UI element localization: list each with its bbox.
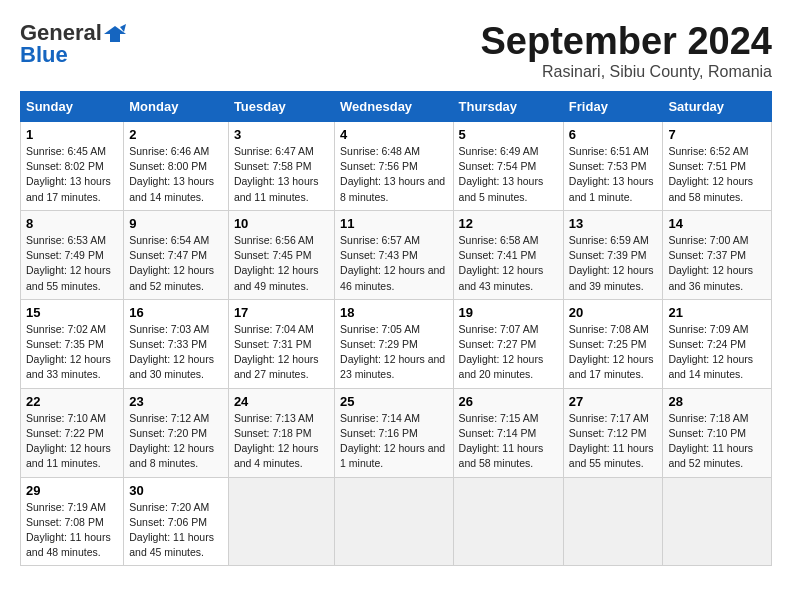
calendar-cell: 23Sunrise: 7:12 AMSunset: 7:20 PMDayligh… [124,388,229,477]
col-header-wednesday: Wednesday [335,92,453,122]
col-header-sunday: Sunday [21,92,124,122]
day-number: 6 [569,127,658,142]
day-info: Sunrise: 7:18 AMSunset: 7:10 PMDaylight:… [668,411,766,472]
day-number: 2 [129,127,223,142]
day-info: Sunrise: 6:46 AMSunset: 8:00 PMDaylight:… [129,144,223,205]
day-number: 5 [459,127,558,142]
calendar-header-row: SundayMondayTuesdayWednesdayThursdayFrid… [21,92,772,122]
logo-blue: Blue [20,42,68,68]
day-number: 9 [129,216,223,231]
day-info: Sunrise: 6:52 AMSunset: 7:51 PMDaylight:… [668,144,766,205]
calendar-cell: 3Sunrise: 6:47 AMSunset: 7:58 PMDaylight… [228,122,334,211]
day-number: 1 [26,127,118,142]
day-info: Sunrise: 6:49 AMSunset: 7:54 PMDaylight:… [459,144,558,205]
day-number: 11 [340,216,447,231]
day-info: Sunrise: 6:58 AMSunset: 7:41 PMDaylight:… [459,233,558,294]
calendar-cell: 4Sunrise: 6:48 AMSunset: 7:56 PMDaylight… [335,122,453,211]
day-number: 7 [668,127,766,142]
calendar-cell: 22Sunrise: 7:10 AMSunset: 7:22 PMDayligh… [21,388,124,477]
col-header-tuesday: Tuesday [228,92,334,122]
day-number: 15 [26,305,118,320]
day-number: 23 [129,394,223,409]
calendar-cell: 10Sunrise: 6:56 AMSunset: 7:45 PMDayligh… [228,210,334,299]
calendar-cell [453,477,563,566]
day-info: Sunrise: 7:08 AMSunset: 7:25 PMDaylight:… [569,322,658,383]
calendar-cell: 15Sunrise: 7:02 AMSunset: 7:35 PMDayligh… [21,299,124,388]
day-number: 24 [234,394,329,409]
day-info: Sunrise: 7:20 AMSunset: 7:06 PMDaylight:… [129,500,223,561]
calendar-cell: 7Sunrise: 6:52 AMSunset: 7:51 PMDaylight… [663,122,772,211]
calendar-cell: 17Sunrise: 7:04 AMSunset: 7:31 PMDayligh… [228,299,334,388]
calendar-week-row: 29Sunrise: 7:19 AMSunset: 7:08 PMDayligh… [21,477,772,566]
day-info: Sunrise: 7:04 AMSunset: 7:31 PMDaylight:… [234,322,329,383]
calendar-cell: 26Sunrise: 7:15 AMSunset: 7:14 PMDayligh… [453,388,563,477]
day-info: Sunrise: 7:17 AMSunset: 7:12 PMDaylight:… [569,411,658,472]
col-header-monday: Monday [124,92,229,122]
day-number: 14 [668,216,766,231]
day-info: Sunrise: 6:57 AMSunset: 7:43 PMDaylight:… [340,233,447,294]
day-number: 26 [459,394,558,409]
day-number: 17 [234,305,329,320]
day-info: Sunrise: 7:03 AMSunset: 7:33 PMDaylight:… [129,322,223,383]
calendar-cell: 9Sunrise: 6:54 AMSunset: 7:47 PMDaylight… [124,210,229,299]
day-info: Sunrise: 6:45 AMSunset: 8:02 PMDaylight:… [26,144,118,205]
day-number: 3 [234,127,329,142]
calendar-cell: 18Sunrise: 7:05 AMSunset: 7:29 PMDayligh… [335,299,453,388]
day-number: 4 [340,127,447,142]
page-title: September 2024 [481,20,773,63]
calendar-cell: 14Sunrise: 7:00 AMSunset: 7:37 PMDayligh… [663,210,772,299]
day-number: 28 [668,394,766,409]
calendar-cell: 12Sunrise: 6:58 AMSunset: 7:41 PMDayligh… [453,210,563,299]
day-number: 22 [26,394,118,409]
calendar-cell: 30Sunrise: 7:20 AMSunset: 7:06 PMDayligh… [124,477,229,566]
col-header-saturday: Saturday [663,92,772,122]
calendar-cell: 19Sunrise: 7:07 AMSunset: 7:27 PMDayligh… [453,299,563,388]
day-info: Sunrise: 6:53 AMSunset: 7:49 PMDaylight:… [26,233,118,294]
logo-bird-icon [104,24,126,42]
day-number: 16 [129,305,223,320]
day-info: Sunrise: 7:19 AMSunset: 7:08 PMDaylight:… [26,500,118,561]
calendar-cell: 29Sunrise: 7:19 AMSunset: 7:08 PMDayligh… [21,477,124,566]
page-header: General Blue September 2024 Rasinari, Si… [20,20,772,81]
day-info: Sunrise: 7:10 AMSunset: 7:22 PMDaylight:… [26,411,118,472]
col-header-friday: Friday [563,92,663,122]
day-info: Sunrise: 7:05 AMSunset: 7:29 PMDaylight:… [340,322,447,383]
day-info: Sunrise: 7:13 AMSunset: 7:18 PMDaylight:… [234,411,329,472]
calendar-cell: 25Sunrise: 7:14 AMSunset: 7:16 PMDayligh… [335,388,453,477]
day-info: Sunrise: 7:14 AMSunset: 7:16 PMDaylight:… [340,411,447,472]
day-number: 29 [26,483,118,498]
calendar-cell: 24Sunrise: 7:13 AMSunset: 7:18 PMDayligh… [228,388,334,477]
logo: General Blue [20,20,126,68]
calendar-cell: 1Sunrise: 6:45 AMSunset: 8:02 PMDaylight… [21,122,124,211]
day-number: 19 [459,305,558,320]
calendar-cell: 20Sunrise: 7:08 AMSunset: 7:25 PMDayligh… [563,299,663,388]
calendar-table: SundayMondayTuesdayWednesdayThursdayFrid… [20,91,772,566]
calendar-week-row: 1Sunrise: 6:45 AMSunset: 8:02 PMDaylight… [21,122,772,211]
calendar-cell [228,477,334,566]
calendar-cell: 13Sunrise: 6:59 AMSunset: 7:39 PMDayligh… [563,210,663,299]
day-info: Sunrise: 6:47 AMSunset: 7:58 PMDaylight:… [234,144,329,205]
day-number: 13 [569,216,658,231]
calendar-cell: 8Sunrise: 6:53 AMSunset: 7:49 PMDaylight… [21,210,124,299]
title-block: September 2024 Rasinari, Sibiu County, R… [481,20,773,81]
calendar-cell [663,477,772,566]
day-number: 27 [569,394,658,409]
day-number: 30 [129,483,223,498]
day-info: Sunrise: 7:15 AMSunset: 7:14 PMDaylight:… [459,411,558,472]
calendar-week-row: 15Sunrise: 7:02 AMSunset: 7:35 PMDayligh… [21,299,772,388]
day-number: 20 [569,305,658,320]
day-info: Sunrise: 7:07 AMSunset: 7:27 PMDaylight:… [459,322,558,383]
day-number: 8 [26,216,118,231]
day-number: 12 [459,216,558,231]
calendar-cell [563,477,663,566]
day-info: Sunrise: 6:51 AMSunset: 7:53 PMDaylight:… [569,144,658,205]
calendar-cell: 6Sunrise: 6:51 AMSunset: 7:53 PMDaylight… [563,122,663,211]
calendar-cell: 11Sunrise: 6:57 AMSunset: 7:43 PMDayligh… [335,210,453,299]
day-number: 21 [668,305,766,320]
calendar-cell: 21Sunrise: 7:09 AMSunset: 7:24 PMDayligh… [663,299,772,388]
day-number: 10 [234,216,329,231]
calendar-week-row: 8Sunrise: 6:53 AMSunset: 7:49 PMDaylight… [21,210,772,299]
calendar-cell: 28Sunrise: 7:18 AMSunset: 7:10 PMDayligh… [663,388,772,477]
day-info: Sunrise: 6:48 AMSunset: 7:56 PMDaylight:… [340,144,447,205]
calendar-week-row: 22Sunrise: 7:10 AMSunset: 7:22 PMDayligh… [21,388,772,477]
